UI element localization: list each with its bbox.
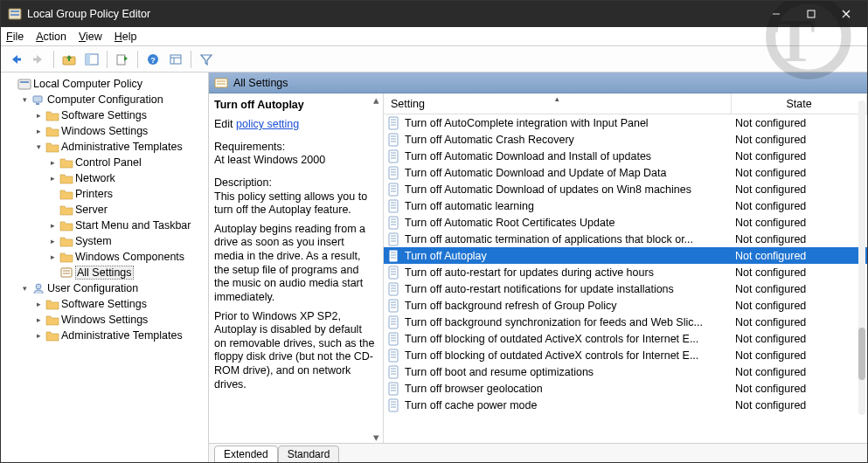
list-item[interactable]: Turn off Automatic Download of updates o…: [384, 181, 867, 197]
list-item[interactable]: Turn off background refresh of Group Pol…: [384, 297, 867, 314]
list-item[interactable]: Turn off blocking of outdated ActiveX co…: [384, 347, 867, 363]
menu-help[interactable]: Help: [115, 31, 137, 43]
list-item[interactable]: Turn off cache power modeNot configured: [384, 397, 867, 413]
tab-standard[interactable]: Standard: [278, 446, 340, 463]
expand-icon[interactable]: ▸: [34, 315, 44, 325]
svg-rect-4: [10, 14, 19, 16]
policy-icon: [387, 365, 401, 379]
tree-control-panel[interactable]: ▸Control Panel: [46, 155, 206, 170]
setting-label: Turn off automatic learning: [405, 200, 732, 212]
list-item[interactable]: Turn off Automatic Download and Update o…: [384, 164, 867, 181]
toolbar: ?: [1, 46, 867, 73]
list-item[interactable]: Turn off background synchronization for …: [384, 314, 867, 330]
list-item[interactable]: Turn off boot and resume optimizationsNo…: [384, 363, 867, 380]
expand-icon[interactable]: ▸: [48, 158, 58, 168]
help-button[interactable]: ?: [143, 50, 163, 69]
setting-state: Not configured: [732, 150, 867, 162]
expand-icon[interactable]: ▸: [34, 300, 44, 309]
tree-administrative-templates[interactable]: ▾Administrative Templates: [32, 139, 206, 155]
policy-icon: [387, 216, 401, 230]
export-list-button[interactable]: [113, 50, 132, 69]
column-state[interactable]: State: [732, 93, 867, 114]
list-item[interactable]: Turn off automatic termination of applic…: [384, 231, 867, 247]
list-item[interactable]: Turn off Automatic Crash RecoveryNot con…: [384, 131, 867, 148]
list-item[interactable]: Turn off AutoplayNot configured: [384, 247, 867, 264]
setting-state: Not configured: [732, 233, 867, 245]
menu-action[interactable]: Action: [36, 31, 66, 43]
tree-printers[interactable]: Printers: [46, 186, 206, 202]
list-item[interactable]: Turn off Automatic Download and Install …: [384, 148, 867, 164]
minimize-button[interactable]: [759, 1, 794, 27]
tree-user-windows-settings[interactable]: ▸Windows Settings: [32, 312, 206, 328]
expand-icon[interactable]: ▸: [34, 331, 44, 341]
outer-scrollbar-thumb[interactable]: [858, 328, 865, 380]
forward-button[interactable]: [29, 50, 48, 69]
description-scrollbar[interactable]: ▴ ▾: [369, 93, 383, 443]
tree-server[interactable]: Server: [46, 202, 206, 218]
tree-computer-configuration[interactable]: ▾ Computer Configuration: [18, 92, 206, 107]
expand-icon[interactable]: ▸: [48, 221, 58, 231]
setting-label: Turn off auto-restart for updates during…: [405, 266, 732, 279]
tree-start-taskbar[interactable]: ▸Start Menu and Taskbar: [46, 218, 206, 233]
list-item[interactable]: Turn off auto-restart notifications for …: [384, 280, 867, 297]
svg-rect-43: [389, 167, 398, 179]
svg-rect-63: [389, 250, 398, 262]
setting-label: Turn off automatic termination of applic…: [405, 233, 732, 245]
setting-label: Turn off AutoComplete integration with I…: [405, 117, 732, 129]
scroll-up-icon[interactable]: ▴: [370, 93, 382, 106]
menu-file[interactable]: File: [6, 31, 24, 43]
edit-policy-link[interactable]: policy setting: [236, 118, 299, 130]
list-item[interactable]: Turn off Automatic Root Certificates Upd…: [384, 214, 867, 231]
menubar: File Action View Help: [1, 27, 867, 46]
maximize-button[interactable]: [794, 1, 829, 27]
list-item[interactable]: Turn off AutoComplete integration with I…: [384, 114, 867, 131]
list-item[interactable]: Turn off automatic learningNot configure…: [384, 197, 867, 214]
svg-rect-23: [36, 103, 39, 105]
collapse-icon[interactable]: ▾: [20, 95, 30, 105]
filter-button[interactable]: [197, 50, 216, 69]
tree-network[interactable]: ▸Network: [46, 170, 206, 186]
collapse-icon[interactable]: ▾: [20, 284, 30, 294]
setting-label: Turn off background synchronization for …: [405, 316, 732, 328]
tree-all-settings[interactable]: All Settings: [46, 265, 206, 280]
expand-icon[interactable]: ▸: [34, 127, 44, 136]
show-hide-tree-button[interactable]: [82, 50, 101, 69]
expand-icon[interactable]: ▸: [48, 174, 58, 183]
svg-rect-14: [117, 55, 125, 65]
tree-software-settings[interactable]: ▸Software Settings: [32, 107, 206, 123]
setting-label: Turn off blocking of outdated ActiveX co…: [405, 333, 732, 345]
svg-rect-31: [389, 117, 398, 129]
svg-text:?: ?: [150, 55, 156, 64]
setting-label: Turn off auto-restart notifications for …: [405, 283, 732, 295]
expand-icon[interactable]: ▸: [48, 252, 58, 262]
expand-icon[interactable]: ▸: [34, 111, 44, 121]
tree-user-administrative-templates[interactable]: ▸Administrative Templates: [32, 328, 206, 343]
menu-view[interactable]: View: [79, 31, 102, 43]
tree-windows-settings[interactable]: ▸Windows Settings: [32, 123, 206, 139]
tree-user-configuration[interactable]: ▾User Configuration: [18, 280, 206, 296]
tree-user-software-settings[interactable]: ▸Software Settings: [32, 296, 206, 312]
scroll-down-icon[interactable]: ▾: [370, 431, 382, 443]
list-item[interactable]: Turn off blocking of outdated ActiveX co…: [384, 330, 867, 347]
selected-setting-title: Turn off Autoplay: [214, 99, 376, 111]
list-item[interactable]: Turn off auto-restart for updates during…: [384, 264, 867, 280]
properties-button[interactable]: [166, 50, 185, 69]
settings-list[interactable]: Setting ▴ State Turn off AutoComplete in…: [384, 93, 867, 443]
close-button[interactable]: [829, 1, 864, 27]
svg-rect-10: [33, 58, 38, 60]
back-button[interactable]: [6, 50, 25, 69]
tab-extended[interactable]: Extended: [214, 446, 278, 463]
setting-state: Not configured: [732, 399, 867, 411]
setting-state: Not configured: [732, 383, 867, 395]
setting-state: Not configured: [732, 316, 867, 328]
expand-icon[interactable]: ▸: [48, 237, 58, 246]
svg-rect-59: [389, 233, 398, 245]
up-folder-button[interactable]: [59, 50, 79, 69]
tree-windows-components[interactable]: ▸Windows Components: [46, 249, 206, 265]
tree-pane[interactable]: Local Computer Policy ▾ Computer Configu…: [1, 73, 209, 462]
tree-root[interactable]: Local Computer Policy: [4, 76, 206, 92]
list-item[interactable]: Turn off browser geolocationNot configur…: [384, 380, 867, 397]
collapse-icon[interactable]: ▾: [34, 142, 44, 152]
tree-system[interactable]: ▸System: [46, 233, 206, 249]
column-setting[interactable]: Setting ▴: [384, 93, 732, 114]
